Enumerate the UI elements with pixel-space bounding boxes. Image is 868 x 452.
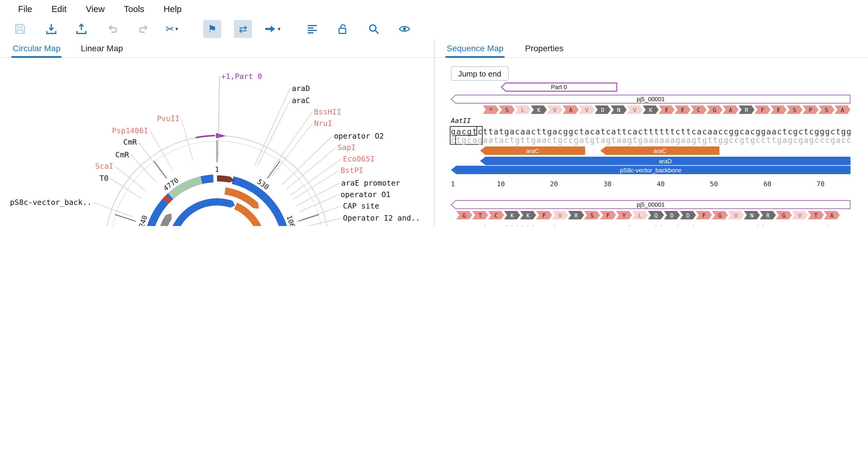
aa-chevron: R xyxy=(739,105,755,114)
aa-chevron: T xyxy=(808,211,824,219)
sequence-axis-number: 40 xyxy=(657,180,665,188)
aa-chevron: G xyxy=(707,105,723,114)
flip-strand-glyph: ⇄ xyxy=(239,24,247,34)
feature-label: araC xyxy=(526,147,539,154)
aa-chevron: S xyxy=(786,105,803,114)
source-arrow[interactable]: pj5_00001 xyxy=(451,200,850,209)
aa-chevron: T xyxy=(472,211,488,219)
aa-chevron: V xyxy=(627,105,643,114)
sequence-axis-number: 20 xyxy=(550,180,558,188)
aa-chevron: A xyxy=(563,105,579,114)
map-label-t0[interactable]: T0 xyxy=(99,174,108,183)
feature-label: pS8c-vector_backbone xyxy=(620,167,682,173)
map-label-cmr[interactable]: CmR xyxy=(123,138,137,147)
map-axis-tick: 1060 xyxy=(285,214,298,226)
aa-chevron: C xyxy=(488,211,504,219)
map-label-arad[interactable]: araD xyxy=(292,84,310,93)
sequence-axis-number: 60 xyxy=(764,180,772,188)
save-icon[interactable] xyxy=(11,20,29,38)
aa-chevron: K xyxy=(520,211,536,219)
menu-item-view[interactable]: View xyxy=(86,4,104,14)
flip-strand-icon[interactable]: ⇄ xyxy=(234,20,252,38)
map-label--1-part-0[interactable]: +1,Part 0 xyxy=(221,72,262,81)
map-label-sapi[interactable]: SapI xyxy=(338,143,355,152)
upload-icon[interactable] xyxy=(72,20,90,38)
orf-icon[interactable]: ▾ xyxy=(263,20,281,38)
cut-icon[interactable]: ✂▾ xyxy=(163,20,181,38)
menu-item-help[interactable]: Help xyxy=(164,4,182,14)
undo-icon[interactable] xyxy=(104,20,122,38)
app-window: FileEditViewToolsHelp ✂▾⚑⇄▾ Circular Map… xyxy=(0,0,868,226)
map-label-cap-site[interactable]: CAP site xyxy=(343,202,379,210)
redo-icon[interactable] xyxy=(134,20,153,38)
aa-chevron: A xyxy=(723,105,739,114)
map-label-operator-o1[interactable]: operator O1 xyxy=(341,190,391,199)
aa-chevron: K xyxy=(643,105,658,114)
tab-circular-map[interactable]: Circular Map xyxy=(11,40,62,58)
map-label-ps8c-vector-back-[interactable]: pS8c-vector_back.. xyxy=(10,198,92,207)
dna-top-strand[interactable]: ccccggtgcattttttaaataccccgcgagaaatagagtt… xyxy=(451,224,855,226)
aa-chevron: D xyxy=(680,211,696,219)
aa-chevron: V xyxy=(792,211,808,219)
map-label-arac[interactable]: araC xyxy=(292,96,310,105)
visibility-icon[interactable] xyxy=(396,20,413,38)
tab-sequence-map[interactable]: Sequence Map xyxy=(445,40,504,58)
feature-bar-araD[interactable]: araD xyxy=(480,157,850,165)
cut-dropdown-caret[interactable]: ▾ xyxy=(176,26,178,32)
dna-bottom-strand[interactable]: ctgcagaatactgttgaactgccgatgtagtaagtgaaaa… xyxy=(451,136,855,144)
aa-chevron: E xyxy=(675,105,690,114)
lock-icon[interactable] xyxy=(334,20,352,38)
tab-properties[interactable]: Properties xyxy=(524,40,565,58)
aa-chevron: L xyxy=(632,211,648,219)
left-tab-bar: Circular Map Linear Map xyxy=(0,40,434,58)
map-label-cmr[interactable]: CmR xyxy=(116,150,129,159)
map-label-operator-o2[interactable]: operator O2 xyxy=(334,132,384,140)
amino-acid-track: GTCKKFVRSFYLQDDFGVNRGVTA xyxy=(456,211,840,219)
feature-label: araC xyxy=(653,147,666,154)
aa-chevron: A xyxy=(835,105,850,114)
map-label-nrui[interactable]: NruI xyxy=(314,119,332,128)
aa-chevron: G xyxy=(712,211,728,219)
aa-chevron: L xyxy=(515,105,531,114)
aa-chevron: V xyxy=(552,211,568,219)
aa-chevron: A xyxy=(824,211,840,219)
tab-linear-map[interactable]: Linear Map xyxy=(80,40,124,58)
alignment-icon[interactable] xyxy=(303,20,321,38)
feature-bar-pS8c-vector_backbone[interactable]: pS8c-vector_backbone xyxy=(451,166,850,174)
map-label-bsshii[interactable]: BssHII xyxy=(314,107,341,116)
find-icon[interactable] xyxy=(365,20,383,38)
circular-map[interactable]: 153010601590212026503180371042404770+1,P… xyxy=(0,58,434,226)
menu-item-edit[interactable]: Edit xyxy=(52,4,67,14)
aa-chevron: C xyxy=(690,105,707,114)
map-label-eco065i[interactable]: Eco065I xyxy=(343,155,375,163)
sequence-axis-number: 1 xyxy=(451,180,455,188)
cutsite-label[interactable]: AatII xyxy=(451,117,471,125)
map-label-pvuii[interactable]: PvuII xyxy=(157,114,180,123)
dna-top-strand[interactable]: gacgtcttatgacaacttgacggctacatcattcactttt… xyxy=(451,127,855,136)
menu-item-tools[interactable]: Tools xyxy=(124,4,144,14)
aa-chevron: D xyxy=(595,105,611,114)
map-label-scai[interactable]: ScaI xyxy=(95,162,113,170)
aa-chevron: Y xyxy=(616,211,632,219)
source-arrow[interactable]: pj5_00001 xyxy=(451,95,850,104)
map-axis-tick: 1 xyxy=(215,165,219,173)
aa-chevron: * xyxy=(483,105,499,114)
menu-item-file[interactable]: File xyxy=(18,4,32,14)
right-tab-bar: Sequence Map Properties xyxy=(435,40,868,58)
toolbar: ✂▾⚑⇄▾ xyxy=(0,18,868,40)
orf-dropdown-caret[interactable]: ▾ xyxy=(278,26,280,32)
aa-chevron: E xyxy=(771,105,786,114)
feature-bar-araC[interactable]: araC xyxy=(480,147,585,155)
part-arrow[interactable]: Part 0 xyxy=(501,83,617,92)
aa-chevron: F xyxy=(536,211,552,219)
download-icon[interactable] xyxy=(42,20,60,38)
map-label-bstpi[interactable]: BstPI xyxy=(341,166,363,175)
aa-chevron: D xyxy=(664,211,680,219)
source-arrow-label: pj5_00001 xyxy=(451,96,850,102)
map-label-psp1406i[interactable]: Psp1406I xyxy=(112,126,148,135)
feature-icon[interactable]: ⚑ xyxy=(203,20,221,38)
map-axis-tick: 4240 xyxy=(136,214,149,226)
map-label-operator-i2-and-[interactable]: Operator I2 and.. xyxy=(343,214,420,222)
feature-bar-araC[interactable]: araC xyxy=(600,147,719,155)
map-label-arae-promoter[interactable]: araE promoter xyxy=(341,179,400,187)
